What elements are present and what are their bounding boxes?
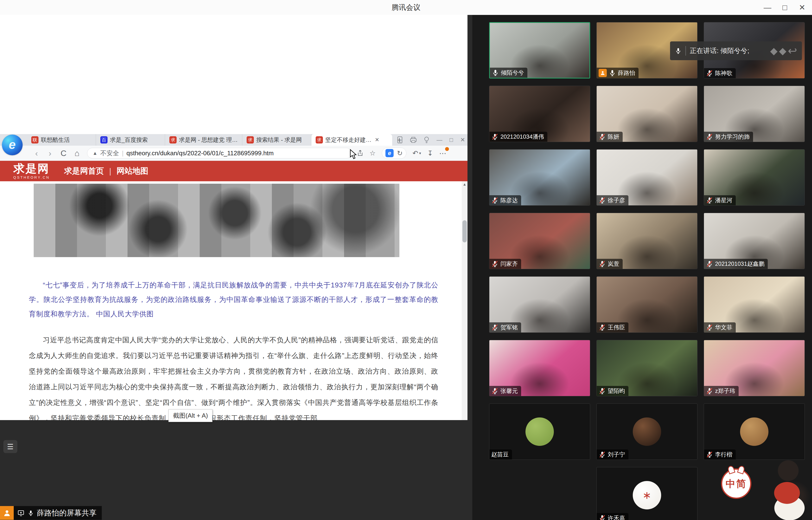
participant-name: 许禾嘉 — [608, 514, 625, 520]
participant-namebar: 陈妍 — [597, 132, 623, 142]
participant-tile[interactable]: 赵苗豆 — [489, 404, 590, 460]
window-controls: — □ ✕ — [762, 0, 808, 15]
participant-tile[interactable]: 望陌昀 — [596, 340, 698, 396]
participant-tile[interactable]: 潘星河 — [704, 149, 805, 206]
browser-minimize-button[interactable]: — — [437, 136, 442, 143]
avatar — [526, 417, 554, 446]
watermark-arrows-icon: ◆◆↩ — [770, 44, 797, 57]
tab-favicon: 联 — [31, 136, 38, 144]
participant-tile[interactable]: 岚萱 — [596, 213, 698, 269]
ie-mode-pill: e ↻ — [382, 148, 406, 159]
participant-namebar: 2021201031赵鑫鹏 — [704, 259, 768, 269]
browser-tab[interactable]: 联 联想酷生活 — [27, 134, 96, 146]
mic-icon — [706, 133, 713, 140]
close-button[interactable]: ✕ — [796, 3, 808, 12]
participant-tile[interactable]: z郑子玮 — [704, 340, 805, 396]
photo-caption-paragraph: “七七”事变后，为了培养成千上万的革命干部，满足抗日民族解放战争的需要，中共中央… — [29, 278, 438, 321]
participant-tile[interactable]: 闫家齐 — [489, 213, 590, 269]
speaking-mic-icon — [675, 47, 681, 55]
address-bar[interactable]: ▲ 不安全 | qstheory.cn/dukan/qs/2022-06/01/… — [87, 148, 352, 158]
mic-icon — [706, 324, 713, 331]
tencent-meeting-window: 腾讯会议 — □ ✕ e 联 联想酷生活 百 求是_百度搜索 求 求是网 - 思… — [0, 0, 812, 520]
participant-name: 2021201034潘伟 — [500, 133, 544, 140]
participant-tile[interactable]: 徐子彦 — [596, 149, 698, 206]
participant-name: 潘星河 — [715, 197, 732, 204]
shared-screen-area: e 联 联想酷生活 百 求是_百度搜索 求 求是网 - 思想建党 理… 求 搜索… — [0, 15, 472, 520]
participant-namebar: 王伟臣 — [597, 322, 628, 333]
tab-strip: e 联 联想酷生活 百 求是_百度搜索 求 求是网 - 思想建党 理… 求 搜索… — [0, 134, 468, 146]
participants-panel: 倾陌兮兮 薛路怡 — [472, 15, 812, 520]
reload-circle-icon[interactable]: ↻ — [397, 149, 402, 157]
home-icon[interactable]: ⌂ — [70, 149, 84, 158]
home-link[interactable]: 求是网首页 — [64, 166, 104, 177]
qstheory-logo[interactable]: 求是网 QSTHEORY.CN — [13, 163, 50, 179]
participant-tile[interactable]: 2021201031赵鑫鹏 — [704, 213, 805, 269]
minimize-button[interactable]: — — [762, 3, 773, 12]
browser-tab[interactable]: 求 搜索结果 - 求是网 — [242, 134, 311, 146]
print-icon[interactable] — [410, 137, 417, 143]
participant-tile[interactable]: 贺军铭 — [489, 276, 590, 333]
participant-tile[interactable]: 刘子宁 — [596, 404, 698, 460]
participant-namebar: 李行楷 — [704, 449, 736, 460]
browser-close-button[interactable]: ✕ — [460, 136, 465, 143]
participant-tile[interactable]: 陈妍 — [596, 86, 698, 142]
mouse-cursor — [348, 149, 358, 160]
browser-window: e 联 联想酷生活 百 求是_百度搜索 求 求是网 - 思想建党 理… 求 搜索… — [0, 134, 468, 420]
undo-icon[interactable]: ↶▾ — [413, 149, 421, 157]
participant-tile[interactable]: 努力学习的斾 — [704, 86, 805, 142]
scrollbar-thumb[interactable] — [463, 220, 467, 242]
tab-title: 搜索结果 - 求是网 — [256, 136, 302, 144]
sharer-badge-icon — [0, 506, 14, 520]
refresh-icon[interactable]: C — [57, 149, 70, 158]
participant-namebar: 陈神歌 — [704, 68, 736, 78]
url-text: qstheory.cn/dukan/qs/2022-06/01/c_112869… — [127, 150, 274, 157]
banner-links: 求是网首页 | 网站地图 — [64, 166, 148, 177]
browser-tab[interactable]: 求 坚定不移走好建… ✕ — [311, 134, 392, 146]
maximize-button[interactable]: □ — [779, 3, 790, 12]
forward-icon[interactable]: › — [43, 149, 57, 158]
participant-tile[interactable]: 倾陌兮兮 — [489, 22, 590, 78]
favorite-star-icon[interactable]: ☆ — [369, 149, 375, 157]
participant-name: 岚萱 — [608, 260, 619, 268]
participant-tile[interactable]: 王伟臣 — [596, 276, 698, 333]
participant-tile[interactable]: 华文菲 — [704, 276, 805, 333]
bulb-icon[interactable] — [424, 136, 429, 143]
mic-icon — [491, 387, 499, 395]
edge-logo-icon[interactable]: e — [2, 135, 23, 155]
share-status-label: 薛路怡的屏幕共享 — [37, 508, 96, 518]
downloads-icon[interactable]: ↧ — [427, 149, 433, 157]
participant-namebar: 努力学习的斾 — [704, 132, 753, 142]
avatar-mark: ∗ — [643, 490, 651, 500]
participant-name: 徐子彦 — [608, 197, 625, 204]
participant-namebar: 赵苗豆 — [489, 449, 512, 460]
mic-icon — [491, 260, 499, 267]
participant-tile[interactable]: 李行楷 — [704, 404, 805, 460]
participant-name: 薛路怡 — [618, 69, 635, 77]
banner-divider: | — [109, 166, 111, 176]
participant-tile[interactable]: ∗ 许禾嘉 — [596, 467, 698, 520]
participant-namebar: 2021201034潘伟 — [489, 132, 547, 142]
mic-icon — [706, 387, 713, 395]
browser-tab[interactable]: 百 求是_百度搜索 — [96, 134, 165, 146]
page-scrollbar[interactable]: ▲ — [462, 181, 468, 420]
browser-menu-icon[interactable]: ⋯ — [439, 149, 447, 157]
participant-tile[interactable]: 陈彦达 — [489, 149, 590, 206]
ie-mode-icon[interactable]: e — [386, 149, 394, 157]
participant-name: 张馨元 — [500, 387, 518, 395]
scrollbar-up-icon[interactable]: ▲ — [462, 182, 468, 187]
app-title: 腾讯会议 — [392, 3, 421, 12]
mic-icon — [598, 451, 606, 458]
tab-close-icon[interactable]: ✕ — [375, 137, 379, 143]
meeting-floatbar-button[interactable]: ☰ — [3, 440, 17, 453]
browser-restore-button[interactable]: □ — [449, 136, 453, 143]
participant-namebar: 望陌昀 — [597, 386, 628, 396]
back-icon[interactable]: ‹ — [30, 149, 43, 158]
device-icon[interactable] — [397, 136, 403, 143]
tab-title: 求是网 - 思想建党 理… — [179, 136, 238, 144]
sitemap-link[interactable]: 网站地图 — [116, 166, 148, 177]
browser-tab[interactable]: 求 求是网 - 思想建党 理… — [165, 134, 242, 146]
mic-icon — [706, 260, 713, 267]
article-content: “七七”事变后，为了培养成千上万的革命干部，满足抗日民族解放战争的需要，中共中央… — [0, 181, 468, 420]
participant-tile[interactable]: 张馨元 — [489, 340, 590, 396]
participant-tile[interactable]: 2021201034潘伟 — [489, 86, 590, 142]
